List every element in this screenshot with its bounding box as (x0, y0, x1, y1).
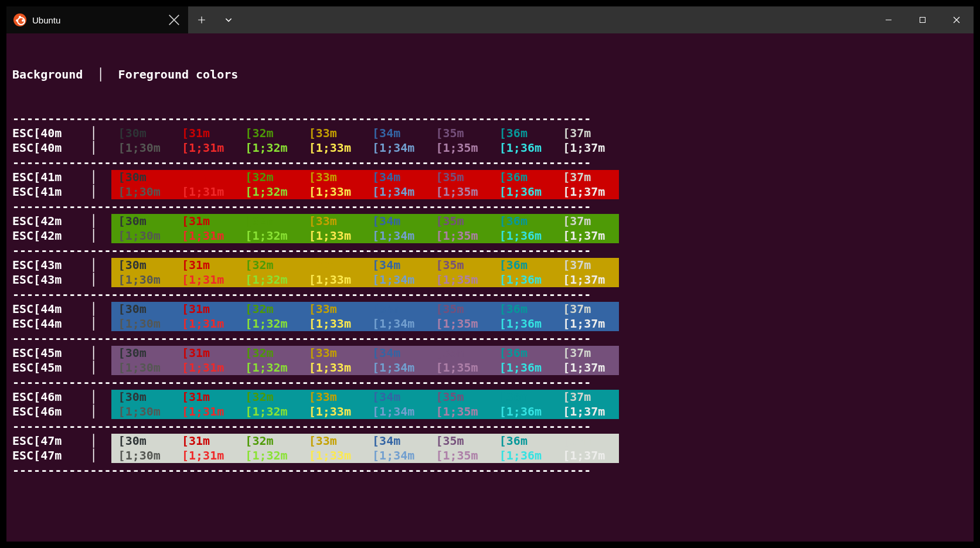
color-cell: [1;30m (111, 404, 175, 419)
color-cell: [1;37m (556, 185, 619, 199)
tab-title: Ubuntu (32, 15, 162, 25)
terminal-output[interactable]: Background │ Foreground colors ---------… (6, 33, 974, 542)
color-cell: [1;33m (302, 448, 365, 463)
separator: ----------------------------------------… (12, 155, 968, 170)
color-cell: [35m (428, 170, 492, 185)
color-cell: [1;32m (238, 273, 301, 287)
color-cell: [1;32m (238, 316, 301, 331)
color-cell: [30m (111, 346, 175, 360)
table-row: ESC[40m │ [1;30m [1;31m [1;32m [1;33m [1… (12, 141, 968, 155)
bg-label: ESC[41m │ (12, 185, 111, 199)
close-icon (168, 14, 180, 26)
color-cell: [1;36m (492, 185, 556, 199)
table-row: ESC[46m │ [30m [31m [32m [33m [34m [35m … (12, 390, 968, 404)
color-cell: [1;34m (365, 229, 428, 243)
color-cell: [32m (238, 302, 301, 316)
plus-icon (198, 16, 206, 24)
bg-label: ESC[45m │ (12, 346, 111, 360)
color-cell: [30m (111, 434, 175, 448)
table-row: ESC[45m │ [30m [31m [32m [33m [34m [35m … (12, 346, 968, 360)
color-cell: [1;36m (492, 404, 556, 419)
color-cell: [1;31m (175, 229, 238, 243)
maximize-button[interactable] (906, 6, 940, 33)
bg-label: ESC[45m │ (12, 360, 111, 375)
color-cell: [36m (492, 170, 556, 185)
color-cell: [31m (175, 170, 238, 185)
color-cell: [34m (365, 126, 428, 141)
color-cell: [1;32m (238, 185, 301, 199)
tab-close-button[interactable] (168, 14, 180, 26)
color-cell: [1;35m (428, 448, 492, 463)
color-cell: [37m (556, 302, 619, 316)
table-row: ESC[42m │ [30m [31m [32m [33m [34m [35m … (12, 214, 968, 229)
bg-label: ESC[40m │ (12, 141, 111, 155)
color-cell: [32m (238, 170, 301, 185)
bg-label: ESC[42m │ (12, 229, 111, 243)
color-cell: [32m (238, 126, 301, 141)
table-row: ESC[47m │ [1;30m [1;31m [1;32m [1;33m [1… (12, 448, 968, 463)
ubuntu-icon (13, 13, 26, 26)
color-cell: [1;33m (302, 273, 365, 287)
color-cell: [1;37m (556, 360, 619, 375)
color-cell: [31m (175, 434, 238, 448)
color-cell: [1;36m (492, 316, 556, 331)
bg-label: ESC[44m │ (12, 302, 111, 316)
terminal-tab[interactable]: Ubuntu (6, 6, 188, 33)
close-button[interactable] (940, 6, 974, 33)
color-cell: [1;30m (111, 360, 175, 375)
color-cell: [31m (175, 126, 238, 141)
color-cell: [37m (556, 214, 619, 229)
color-cell: [33m (302, 434, 365, 448)
color-cell: [33m (302, 170, 365, 185)
color-cell: [1;35m (428, 141, 492, 155)
terminal-window: Ubuntu Background │ (6, 6, 974, 542)
color-cell: [30m (111, 390, 175, 404)
bg-label: ESC[44m │ (12, 316, 111, 331)
color-cell: [1;34m (365, 316, 428, 331)
color-cell: [1;37m (556, 404, 619, 419)
separator: ----------------------------------------… (12, 199, 968, 214)
color-cell: [34m (365, 214, 428, 229)
color-cell: [30m (111, 214, 175, 229)
color-cell: [30m (111, 170, 175, 185)
table-row: ESC[47m │ [30m [31m [32m [33m [34m [35m … (12, 434, 968, 448)
color-cell: [33m (302, 390, 365, 404)
table-header-line: Background │ Foreground colors (12, 67, 968, 82)
color-cell: [1;34m (365, 141, 428, 155)
color-cell: [1;30m (111, 448, 175, 463)
separator: ----------------------------------------… (12, 287, 968, 302)
color-cell: [36m (492, 346, 556, 360)
color-cell: [1;36m (492, 360, 556, 375)
color-cell: [1;35m (428, 360, 492, 375)
color-cell: [34m (365, 346, 428, 360)
color-cell: [1;33m (302, 229, 365, 243)
tab-actions (188, 6, 242, 33)
table-row: ESC[41m │ [1;30m [1;31m [1;32m [1;33m [1… (12, 185, 968, 199)
new-tab-button[interactable] (188, 6, 215, 33)
color-cell: [36m (492, 434, 556, 448)
minimize-button[interactable] (872, 6, 906, 33)
color-cell: [34m (365, 258, 428, 273)
titlebar-drag-area[interactable] (242, 6, 872, 33)
color-cell: [37m (556, 346, 619, 360)
color-cell: [1;35m (428, 404, 492, 419)
color-cell: [1;37m (556, 141, 619, 155)
color-cell: [36m (492, 302, 556, 316)
color-cell: [32m (238, 214, 301, 229)
tab-dropdown-button[interactable] (215, 6, 242, 33)
table-row: ESC[40m │ [30m [31m [32m [33m [34m [35m … (12, 126, 968, 141)
blank-line (12, 507, 968, 522)
chevron-down-icon (224, 16, 233, 24)
color-cell: [36m (492, 126, 556, 141)
bg-label: ESC[40m │ (12, 126, 111, 141)
color-cell: [35m (428, 434, 492, 448)
color-cell: [1;36m (492, 273, 556, 287)
color-cell: [1;33m (302, 404, 365, 419)
color-cell: [1;32m (238, 448, 301, 463)
color-cell: [31m (175, 214, 238, 229)
color-cell: [33m (302, 302, 365, 316)
color-cell: [32m (238, 390, 301, 404)
color-cell: [34m (365, 170, 428, 185)
color-cell: [35m (428, 302, 492, 316)
color-cell: [1;35m (428, 273, 492, 287)
